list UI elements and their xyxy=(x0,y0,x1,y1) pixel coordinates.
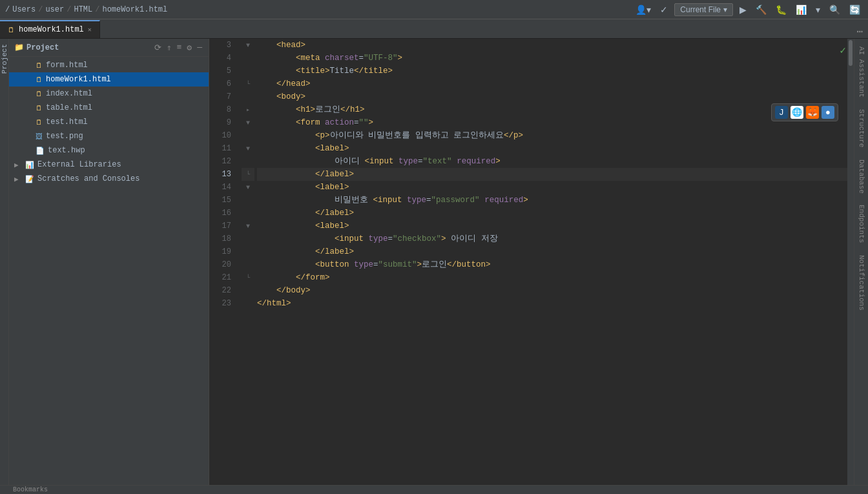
ln-17: 17 xyxy=(209,220,236,232)
run-more-btn[interactable]: ▾ xyxy=(813,3,823,16)
settings-icon[interactable]: ⚙ xyxy=(185,42,193,54)
endpoints-panel[interactable]: Endpoints xyxy=(856,200,867,248)
file-icon-form: 🗒 xyxy=(36,61,43,70)
ln-14: 14 xyxy=(209,181,236,194)
tree-label-extlibs: External Libraries xyxy=(37,160,121,169)
coverage-btn[interactable]: 📊 xyxy=(793,3,809,16)
breadcrumb-users[interactable]: Users xyxy=(12,5,36,14)
build-btn[interactable]: 🔨 xyxy=(753,3,769,16)
project-header-icons: ⟳ ⇑ ≡ ⚙ — xyxy=(153,42,203,54)
fold-icon-9[interactable]: ▼ xyxy=(246,119,250,127)
debug-btn[interactable]: 🐛 xyxy=(773,3,789,16)
project-title: Project xyxy=(26,43,59,52)
hide-panel-icon[interactable]: — xyxy=(196,42,203,54)
code-line-6: </head> xyxy=(257,77,847,90)
fold-icon-8[interactable]: ▸ xyxy=(246,106,250,114)
structure-panel[interactable]: Structure xyxy=(856,104,867,152)
breadcrumb-sep3: / xyxy=(95,5,99,14)
current-file-button[interactable]: Current File ▾ xyxy=(674,3,733,16)
tree-item-scratches[interactable]: ▶ 📝 Scratches and Consoles xyxy=(9,172,209,186)
sort-icon[interactable]: ≡ xyxy=(176,42,183,54)
tree-item-index[interactable]: 🗒 index.html xyxy=(9,87,209,101)
ln-19: 19 xyxy=(209,245,236,258)
tab-more-btn[interactable]: ⋯ xyxy=(851,25,868,38)
gutter-9: ▼ xyxy=(242,116,254,129)
gutter-3: ▼ xyxy=(242,39,254,52)
notifications-panel[interactable]: Notifications xyxy=(856,250,867,316)
ln-10: 10 xyxy=(209,129,236,142)
tree-item-ext-libs[interactable]: ▶ 📊 External Libraries xyxy=(9,158,209,172)
code-line-20: <button type="submit">로그인</button> xyxy=(257,258,847,271)
tree-label-index: index.html xyxy=(46,89,92,98)
tree-item-test[interactable]: 🗒 test.html xyxy=(9,115,209,129)
tree-item-homework[interactable]: 🗒 homeWork1.html xyxy=(9,72,209,87)
code-line-5: <title>Title</title> xyxy=(257,65,847,77)
line-numbers: 3 4 5 6 7 8 9 10 11 12 13 14 15 16 17 18… xyxy=(209,39,242,485)
project-header: 📁 Project ⟳ ⇑ ≡ ⚙ — xyxy=(9,39,209,57)
current-file-chevron: ▾ xyxy=(723,5,727,14)
user-icon-btn[interactable]: 👤▾ xyxy=(633,3,654,16)
tab-close-icon[interactable]: ✕ xyxy=(88,26,92,34)
code-line-19: </label> xyxy=(257,245,847,258)
git-icon-btn[interactable]: ✓ xyxy=(657,3,670,16)
tree-label-texthwp: text.hwp xyxy=(48,146,85,155)
tree-label-form: form.html xyxy=(46,61,88,70)
ln-6: 6 xyxy=(209,77,236,90)
collapse-icon[interactable]: ⇑ xyxy=(165,42,173,54)
update-btn[interactable]: 🔄 xyxy=(847,3,863,16)
fold-icon-17[interactable]: ▼ xyxy=(246,223,250,230)
project-tree: 🗒 form.html 🗒 homeWork1.html 🗒 index.htm… xyxy=(9,57,209,485)
scrollbar-thumb[interactable] xyxy=(849,40,852,66)
breadcrumb-html[interactable]: HTML xyxy=(74,5,92,14)
breadcrumb: / Users / user / HTML / homeWork1.html xyxy=(5,5,167,14)
code-line-4: <meta charset="UTF-8"> xyxy=(257,52,847,65)
run-btn[interactable]: ▶ xyxy=(737,3,749,16)
tab-homework[interactable]: 🗒 homeWork1.html ✕ xyxy=(0,20,100,38)
top-bar-right: 👤▾ ✓ Current File ▾ ▶ 🔨 🐛 📊 ▾ 🔍 🔄 xyxy=(633,3,863,16)
tree-label-testpng: test.png xyxy=(46,132,83,141)
code-line-7: <body> xyxy=(257,90,847,103)
file-icon-index: 🗒 xyxy=(36,90,43,98)
code-line-14: <label> xyxy=(257,181,847,194)
fold-icon-14[interactable]: ▼ xyxy=(246,184,250,191)
database-panel[interactable]: Database xyxy=(856,154,867,199)
editor-scrollbar[interactable] xyxy=(847,39,854,485)
code-line-10: <p>아이디와 비밀번호를 입력하고 로그인하세요</p> xyxy=(257,129,847,142)
gutter-12 xyxy=(242,155,254,168)
sync-icon[interactable]: ⟳ xyxy=(153,42,163,54)
search-btn[interactable]: 🔍 xyxy=(827,3,843,16)
fold-end-11: └ xyxy=(246,171,250,178)
ln-15: 15 xyxy=(209,194,236,207)
breadcrumb-user[interactable]: user xyxy=(45,5,64,14)
ln-3: 3 xyxy=(209,39,236,52)
editor-area: ✓ J 🌐 🦊 ● 3 4 5 6 7 8 9 10 11 12 13 xyxy=(209,39,854,485)
file-icon-homework: 🗒 xyxy=(36,76,43,84)
gutter-17: ▼ xyxy=(242,220,254,232)
tree-item-testpng[interactable]: 🖼 test.png xyxy=(9,129,209,143)
project-side-label[interactable]: Project xyxy=(0,39,10,79)
tree-item-form[interactable]: 🗒 form.html xyxy=(9,58,209,72)
bottom-bar: Bookmarks xyxy=(0,485,868,494)
gutter-col: ▼ └ ▸ ▼ ▼ └ xyxy=(242,39,254,485)
code-line-18: <input type="checkbox"> 아이디 저장 xyxy=(257,232,847,245)
gutter-16 xyxy=(242,207,254,220)
code-content[interactable]: <head> <meta charset="UTF-8"> <title>Tit… xyxy=(254,39,847,485)
gutter-23 xyxy=(242,297,254,310)
code-line-23: </html> xyxy=(257,297,847,310)
tree-item-table[interactable]: 🗒 table.html xyxy=(9,101,209,115)
tree-label-scratches: Scratches and Consoles xyxy=(37,174,140,183)
tab-label: homeWork1.html xyxy=(19,25,84,34)
tree-item-texthwp[interactable]: 📄 text.hwp xyxy=(9,143,209,158)
top-bar: / Users / user / HTML / homeWork1.html 👤… xyxy=(0,0,868,19)
fold-icon-3[interactable]: ▼ xyxy=(246,42,250,49)
bookmarks-label[interactable]: Bookmarks xyxy=(13,486,48,493)
code-line-17: <label> xyxy=(257,220,847,232)
ai-assistant-panel[interactable]: AI Assistant xyxy=(856,41,867,103)
tab-file-icon: 🗒 xyxy=(8,26,15,34)
code-line-8: <h1>로그인</h1> xyxy=(257,103,847,116)
breadcrumb-file[interactable]: homeWork1.html xyxy=(102,5,167,14)
gutter-7 xyxy=(242,90,254,103)
ln-8: 8 xyxy=(209,103,236,116)
code-editor[interactable]: ✓ J 🌐 🦊 ● 3 4 5 6 7 8 9 10 11 12 13 xyxy=(209,39,854,485)
fold-icon-11[interactable]: ▼ xyxy=(246,145,250,152)
